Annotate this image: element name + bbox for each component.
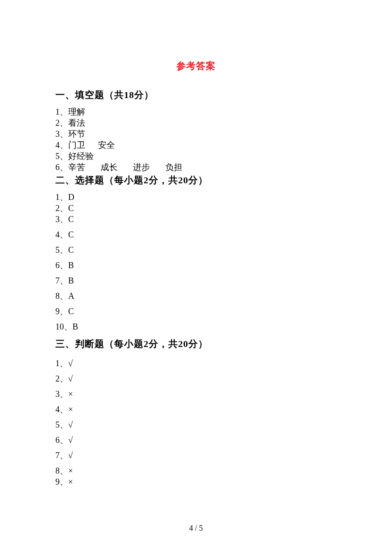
answer-2-5: 5、C [55,246,337,254]
answer-1-5: 5、好经验 [55,152,337,160]
answer-3-5: 5、√ [55,420,337,429]
answer-3-7: 7、√ [55,451,337,460]
page-title: 参考答案 [55,60,337,72]
answer-3-3: 3、× [55,390,337,398]
answer-1-6-num: 6、 [55,163,68,171]
section-heading-3: 三、判断题（每小题2分，共20分） [55,338,337,350]
answer-1-6-part2: 成长 [101,163,118,171]
answer-3-9: 9、× [55,477,337,486]
answer-1-4-part1: 门卫 [68,141,85,149]
answer-2-6: 6、B [55,261,337,269]
answer-2-3: 3、C [55,215,337,223]
answer-2-1: 1、D [55,193,337,201]
answer-1-3: 3、环节 [55,130,337,138]
answer-1-6-part4: 负担 [165,163,182,171]
answer-3-1: 1、√ [55,359,337,367]
answer-1-4-num: 4、 [55,141,68,149]
section-true-false: 三、判断题（每小题2分，共20分） 1、√ 2、√ 3、× 4、× 5、√ 6、… [55,338,337,486]
section-fill-blank: 一、填空题（共18分） 1、理解 2、看法 3、环节 4、门卫安全 5、好经验 … [55,89,337,171]
answer-3-4: 4、× [55,405,337,413]
page-body: 参考答案 一、填空题（共18分） 1、理解 2、看法 3、环节 4、门卫安全 5… [0,0,392,486]
answer-1-2: 2、看法 [55,119,337,127]
answer-1-4: 4、门卫安全 [55,141,337,149]
answer-2-7: 7、B [55,276,337,285]
answer-1-1: 1、理解 [55,107,337,116]
answer-3-8: 8、× [55,466,337,475]
answer-2-10: 10、B [55,322,337,331]
answer-3-2: 2、√ [55,374,337,383]
answer-2-9: 9、C [55,307,337,315]
answer-1-6-part3: 进步 [133,163,150,171]
answer-1-6-part1: 辛苦 [68,163,85,171]
answer-1-6: 6、辛苦成长进步负担 [55,163,337,171]
answer-2-8: 8、A [55,292,337,300]
page-number: 4 / 5 [0,524,392,533]
answer-3-6: 6、√ [55,436,337,444]
section-heading-1: 一、填空题（共18分） [55,89,337,101]
section-heading-2: 二、选择题（每小题2分，共20分） [55,174,337,187]
answer-2-2: 2、C [55,204,337,212]
answer-2-4: 4、C [55,230,337,239]
answer-1-4-part2: 安全 [98,141,115,149]
section-multiple-choice: 二、选择题（每小题2分，共20分） 1、D 2、C 3、C 4、C 5、C 6、… [55,174,337,331]
